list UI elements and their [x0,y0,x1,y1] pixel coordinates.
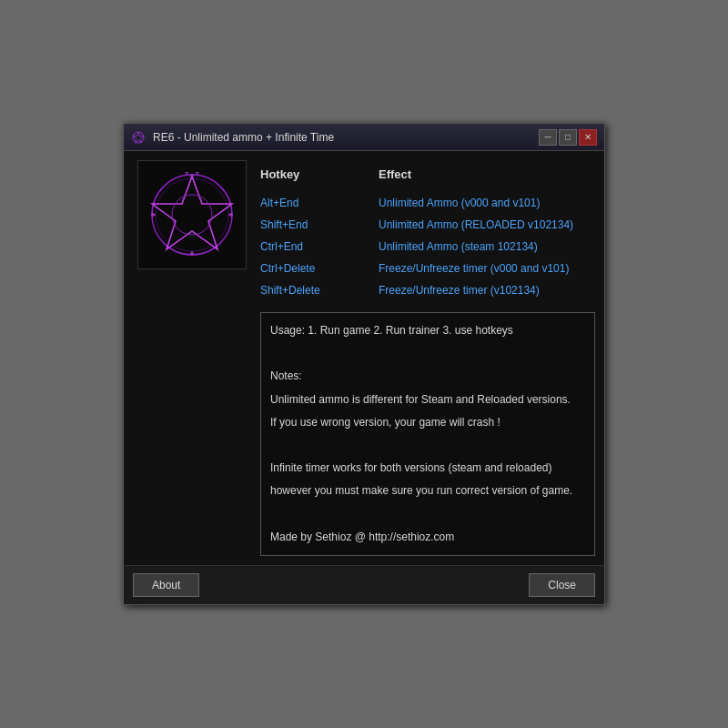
right-panel: Hotkey Effect Alt+End Unlimited Ammo (v0… [260,160,595,556]
hotkey-row-3: Ctrl+End Unlimited Ammo (steam 102134) [260,236,595,258]
hotkey-row-1: Alt+End Unlimited Ammo (v000 and v101) [260,192,595,214]
main-window: RE6 - Unlimited ammo + Infinite Time ─ □… [123,123,605,605]
note-4: however you must make sure you run corre… [270,482,585,500]
notes-label: Notes: [270,368,585,385]
spacer-2 [270,437,585,454]
hotkey-row-4: Ctrl+Delete Freeze/Unfreeze timer (v000 … [260,258,595,279]
notes-box: Usage: 1. Run game 2. Run trainer 3. use… [260,312,595,556]
logo-box [137,160,247,269]
minimize-button[interactable]: ─ [539,129,557,146]
hotkey-effect-5: Freeze/Unfreeze timer (v102134) [379,284,540,297]
hotkey-key-4: Ctrl+Delete [260,262,379,275]
maximize-button[interactable]: □ [559,129,577,146]
hotkey-effect-4: Freeze/Unfreeze timer (v000 and v101) [379,262,569,275]
hotkey-header: Hotkey Effect [260,160,595,192]
svg-point-10 [190,174,194,177]
effect-column-header: Effect [379,167,411,181]
hotkey-key-5: Shift+Delete [260,284,379,297]
hotkey-column-header: Hotkey [260,167,379,181]
hotkey-effect-2: Unlimited Ammo (RELOADED v102134) [379,218,573,231]
app-icon [131,130,146,145]
note-3: Infinite timer works for both versions (… [270,460,585,477]
footer: About Close [124,565,604,604]
window-controls: ─ □ ✕ [539,129,597,146]
credit-text: Made by Sethioz @ http://sethioz.com [270,529,585,546]
window-title: RE6 - Unlimited ammo + Infinite Time [153,131,539,144]
title-bar: RE6 - Unlimited ammo + Infinite Time ─ □… [124,124,604,151]
hotkey-effect-1: Unlimited Ammo (v000 and v101) [379,197,540,209]
hotkey-key-3: Ctrl+End [260,240,379,253]
spacer-1 [270,345,585,362]
hotkey-effect-3: Unlimited Ammo (steam 102134) [379,240,538,253]
close-button[interactable]: Close [529,573,595,597]
note-2: If you use wrong version, your game will… [270,414,585,431]
svg-point-12 [190,252,194,256]
svg-point-11 [229,213,233,217]
close-titlebar-button[interactable]: ✕ [579,129,597,146]
left-panel [133,160,251,556]
about-button[interactable]: About [133,573,199,597]
pentagram-logo [147,169,238,260]
svg-point-13 [151,213,155,217]
note-1: Unlimited ammo is different for Steam an… [270,391,585,409]
hotkey-key-1: Alt+End [260,197,379,209]
window-body: Hotkey Effect Alt+End Unlimited Ammo (v0… [124,151,604,565]
hotkey-key-2: Shift+End [260,218,379,231]
hotkey-row-5: Shift+Delete Freeze/Unfreeze timer (v102… [260,279,595,301]
hotkey-row-2: Shift+End Unlimited Ammo (RELOADED v1021… [260,214,595,236]
svg-point-5 [172,195,212,235]
spacer-3 [270,506,585,523]
svg-marker-4 [152,177,232,249]
usage-text: Usage: 1. Run game 2. Run trainer 3. use… [270,322,585,339]
svg-point-2 [152,175,232,255]
